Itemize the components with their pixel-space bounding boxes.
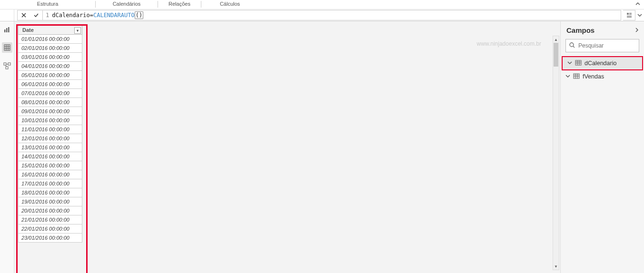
ribbon-tab-calendarios[interactable]: Calendários [96,0,158,9]
date-cell[interactable]: 10/01/2016 00:00:00 [19,116,82,125]
date-cell[interactable]: 19/01/2016 00:00:00 [19,197,82,206]
formula-line-number: 1 [46,12,49,19]
date-cell[interactable]: 05/01/2016 00:00:00 [19,71,82,80]
date-cell[interactable]: 01/01/2016 00:00:00 [19,35,82,44]
vertical-scrollbar[interactable]: ▲ ▼ [553,36,559,270]
table-row[interactable]: 20/01/2016 00:00:00 [19,206,82,215]
svg-rect-1 [629,13,632,14]
report-view-button[interactable] [2,24,12,35]
date-cell[interactable]: 02/01/2016 00:00:00 [19,44,82,53]
date-cell[interactable]: 12/01/2016 00:00:00 [19,134,82,143]
table-row[interactable]: 12/01/2016 00:00:00 [19,134,82,143]
table-row[interactable]: 05/01/2016 00:00:00 [19,71,82,80]
date-cell[interactable]: 04/01/2016 00:00:00 [19,62,82,71]
fields-collapse-icon[interactable] [634,27,639,34]
column-dropdown-icon[interactable]: ▾ [74,27,81,34]
fields-pane-title: Campos [566,26,594,34]
date-cell[interactable]: 18/01/2016 00:00:00 [19,188,82,197]
date-cell[interactable]: 09/01/2016 00:00:00 [19,107,82,116]
formula-expand-button[interactable] [635,10,644,20]
column-header-label: Date [22,27,34,33]
scroll-down-icon[interactable]: ▼ [553,263,559,270]
table-row[interactable]: 15/01/2016 00:00:00 [19,161,82,170]
ribbon-tabs: Estrutura Calendários Relações Cálculos [0,0,644,10]
commit-formula-button[interactable] [30,10,42,20]
date-cell[interactable]: 08/01/2016 00:00:00 [19,98,82,107]
formula-input[interactable]: 1 dCalendario = CALENDARAUTO () [43,10,621,20]
date-cell[interactable]: 16/01/2016 00:00:00 [19,170,82,179]
table-row[interactable]: 17/01/2016 00:00:00 [19,179,82,188]
svg-rect-25 [574,74,579,78]
table-row[interactable]: 22/01/2016 00:00:00 [19,224,82,234]
date-cell[interactable]: 07/01/2016 00:00:00 [19,89,82,98]
table-row[interactable]: 07/01/2016 00:00:00 [19,89,82,98]
formula-parens: () [135,11,143,19]
svg-rect-2 [629,14,632,15]
svg-point-18 [570,43,574,47]
table-row[interactable]: 08/01/2016 00:00:00 [19,98,82,107]
table-row[interactable]: 13/01/2016 00:00:00 [19,143,82,152]
formula-actions [17,10,43,20]
date-cell[interactable]: 13/01/2016 00:00:00 [19,143,82,152]
date-cell[interactable]: 06/01/2016 00:00:00 [19,80,82,89]
ribbon-tab-calculos[interactable]: Cálculos [201,0,258,9]
date-cell[interactable]: 14/01/2016 00:00:00 [19,152,82,161]
formula-bar: 1 dCalendario = CALENDARAUTO () [0,10,644,21]
date-cell[interactable]: 17/01/2016 00:00:00 [19,179,82,188]
date-cell[interactable]: 03/01/2016 00:00:00 [19,53,82,62]
date-cell[interactable]: 21/01/2016 00:00:00 [19,215,82,224]
scroll-thumb[interactable] [554,43,558,67]
table-row[interactable]: 06/01/2016 00:00:00 [19,80,82,89]
svg-rect-14 [8,63,10,65]
table-row[interactable]: 10/01/2016 00:00:00 [19,116,82,125]
svg-rect-3 [627,16,632,17]
date-cell[interactable]: 22/01/2016 00:00:00 [19,224,82,234]
svg-rect-15 [6,67,8,69]
table-row[interactable]: 16/01/2016 00:00:00 [19,170,82,179]
ribbon-tab-estrutura[interactable]: Estrutura [0,0,95,9]
date-cell[interactable]: 11/01/2016 00:00:00 [19,125,82,134]
formula-variable: dCalendario [52,12,89,19]
table-icon [575,59,582,68]
fields-table-label: fVendas [583,73,604,80]
table-row[interactable]: 21/01/2016 00:00:00 [19,215,82,224]
table-row[interactable]: 03/01/2016 00:00:00 [19,53,82,62]
table-row[interactable]: 14/01/2016 00:00:00 [19,152,82,161]
chevron-down-icon[interactable] [567,60,572,66]
formula-indent-button[interactable] [623,10,635,20]
fields-search-box[interactable] [565,39,639,52]
data-view-button[interactable] [2,42,12,53]
date-cell[interactable]: 20/01/2016 00:00:00 [19,206,82,215]
fields-table-item[interactable]: dCalendario [563,57,642,69]
cancel-formula-button[interactable] [18,10,30,20]
svg-rect-8 [4,45,10,50]
table-row[interactable]: 04/01/2016 00:00:00 [19,62,82,71]
date-cell[interactable]: 15/01/2016 00:00:00 [19,161,82,170]
table-row[interactable]: 02/01/2016 00:00:00 [19,44,82,53]
fields-table-item[interactable]: fVendas [561,70,644,83]
scroll-up-icon[interactable]: ▲ [553,36,559,43]
table-row[interactable]: 19/01/2016 00:00:00 [19,197,82,206]
table-row[interactable]: 11/01/2016 00:00:00 [19,125,82,134]
svg-rect-7 [8,27,10,32]
table-row[interactable]: 23/01/2016 00:00:00 [19,234,82,243]
watermark: www.ninjadoexcel.com.br [477,40,541,47]
annotation-highlight-table: dCalendario [562,56,643,70]
svg-rect-13 [4,63,6,65]
ribbon-tab-relacoes[interactable]: Relações [158,0,201,9]
date-cell[interactable]: 23/01/2016 00:00:00 [19,234,82,243]
ribbon-collapse-icon[interactable] [635,2,640,8]
table-row[interactable]: 01/01/2016 00:00:00 [19,35,82,44]
table-row[interactable]: 18/01/2016 00:00:00 [19,188,82,197]
formula-equals: = [90,12,93,19]
model-view-button[interactable] [2,60,12,71]
fields-table-label: dCalendario [585,60,616,67]
data-grid-area: Date ▾ 01/01/2016 00:00:0002/01/2016 00:… [14,21,560,273]
svg-rect-20 [575,60,581,65]
column-header-date[interactable]: Date ▾ [19,26,82,35]
table-row[interactable]: 09/01/2016 00:00:00 [19,107,82,116]
svg-line-19 [573,46,575,48]
fields-search-input[interactable] [578,42,636,49]
fields-pane: Campos dCalendariofVendas [560,21,644,273]
chevron-down-icon[interactable] [565,74,570,79]
